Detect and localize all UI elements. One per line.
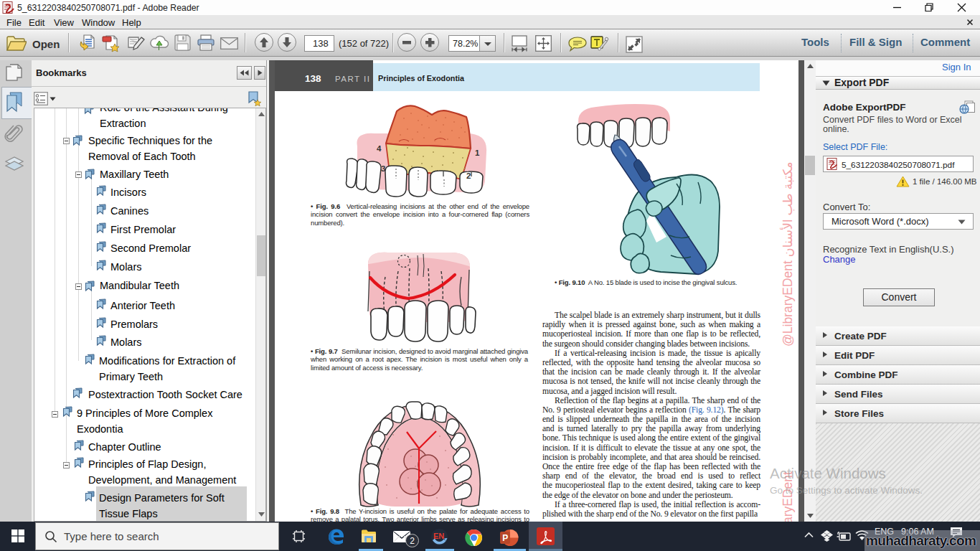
svg-text:3: 3 bbox=[381, 164, 385, 173]
svg-text:1: 1 bbox=[475, 149, 480, 157]
svg-text:4: 4 bbox=[377, 144, 382, 153]
svg-text:P: P bbox=[502, 533, 508, 543]
svg-text:EN: EN bbox=[433, 532, 444, 540]
svg-text:2: 2 bbox=[466, 171, 471, 180]
